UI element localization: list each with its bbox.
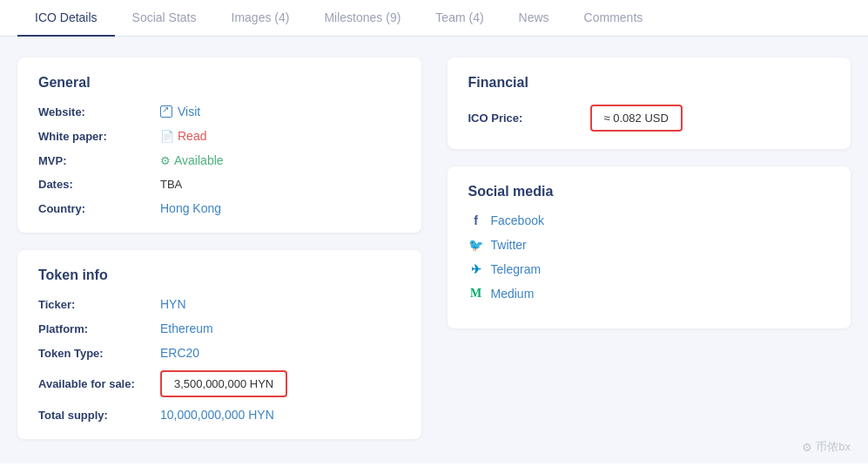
- total-supply-row: Total supply: 10,000,000,000 HYN: [38, 408, 400, 422]
- facebook-label: Facebook: [491, 213, 544, 227]
- mvp-link[interactable]: ⚙ Available: [160, 153, 224, 167]
- tab-team[interactable]: Team (4): [418, 0, 501, 37]
- medium-label: Medium: [491, 287, 535, 301]
- telegram-label: Telegram: [491, 262, 542, 276]
- medium-link[interactable]: M Medium: [468, 287, 831, 301]
- tab-social-stats[interactable]: Social Stats: [115, 0, 214, 37]
- available-sale-value: 3,500,000,000 HYN: [160, 370, 287, 397]
- dates-row: Dates: TBA: [38, 178, 400, 191]
- available-sale-label: Available for sale:: [38, 377, 160, 390]
- whitepaper-label: White paper:: [38, 130, 160, 143]
- platform-row: Platform: Ethereum: [38, 321, 400, 335]
- twitter-icon: 🐦: [468, 238, 484, 252]
- ticker-row: Ticker: HYN: [38, 297, 400, 311]
- main-content: General Website: Visit White paper: 📄 Re…: [0, 37, 868, 464]
- watermark: ⚙ 币侬bx: [802, 439, 851, 455]
- country-label: Country:: [38, 202, 160, 215]
- ico-price-value: ≈ 0.082 USD: [590, 105, 683, 132]
- financial-card: Financial ICO Price: ≈ 0.082 USD: [447, 58, 851, 149]
- ticker-label: Ticker:: [38, 298, 160, 311]
- platform-value[interactable]: Ethereum: [160, 321, 213, 335]
- token-type-label: Token Type:: [38, 347, 160, 360]
- tab-news[interactable]: News: [501, 0, 567, 37]
- content-wrapper: General Website: Visit White paper: 📄 Re…: [0, 37, 868, 464]
- financial-card-title: Financial: [468, 75, 831, 91]
- twitter-label: Twitter: [491, 238, 527, 252]
- watermark-icon: ⚙: [802, 441, 812, 454]
- whitepaper-row: White paper: 📄 Read: [38, 129, 400, 143]
- token-type-value[interactable]: ERC20: [160, 346, 199, 360]
- website-link[interactable]: Visit: [160, 105, 200, 118]
- total-supply-label: Total supply:: [38, 409, 160, 422]
- general-card-title: General: [38, 75, 400, 91]
- tab-milestones[interactable]: Milestones (9): [306, 0, 418, 37]
- right-column: Financial ICO Price: ≈ 0.082 USD Social …: [447, 58, 851, 443]
- watermark-text: 币侬bx: [816, 439, 851, 455]
- total-supply-value[interactable]: 10,000,000,000 HYN: [160, 408, 274, 422]
- available-sale-row: Available for sale: 3,500,000,000 HYN: [38, 370, 400, 397]
- ico-price-row: ICO Price: ≈ 0.082 USD: [468, 105, 831, 132]
- facebook-icon: f: [468, 213, 484, 227]
- tab-ico-details[interactable]: ICO Details: [17, 0, 115, 37]
- whitepaper-link[interactable]: 📄 Read: [160, 129, 206, 143]
- ico-price-label: ICO Price:: [468, 112, 590, 125]
- country-link[interactable]: Hong Kong: [160, 201, 221, 215]
- general-card: General Website: Visit White paper: 📄 Re…: [17, 58, 421, 233]
- medium-icon: M: [468, 287, 484, 301]
- tab-bar: ICO Details Social Stats Images (4) Mile…: [0, 0, 868, 37]
- left-column: General Website: Visit White paper: 📄 Re…: [17, 58, 421, 443]
- social-card: Social media f Facebook 🐦 Twitter ✈ Tele…: [447, 166, 851, 328]
- mvp-row: MVP: ⚙ Available: [38, 153, 400, 167]
- telegram-icon: ✈: [468, 262, 484, 276]
- pdf-icon: 📄: [160, 130, 174, 143]
- dates-label: Dates:: [38, 178, 160, 191]
- gear-icon: ⚙: [160, 154, 171, 167]
- telegram-link[interactable]: ✈ Telegram: [468, 262, 831, 276]
- token-card: Token info Ticker: HYN Platform: Ethereu…: [17, 250, 421, 439]
- tab-comments[interactable]: Comments: [567, 0, 661, 37]
- facebook-link[interactable]: f Facebook: [468, 213, 831, 227]
- platform-label: Platform:: [38, 322, 160, 335]
- website-row: Website: Visit: [38, 105, 400, 118]
- external-icon: [160, 105, 172, 118]
- country-row: Country: Hong Kong: [38, 201, 400, 215]
- website-label: Website:: [38, 105, 160, 118]
- social-card-title: Social media: [468, 184, 831, 200]
- twitter-link[interactable]: 🐦 Twitter: [468, 238, 831, 252]
- ticker-value[interactable]: HYN: [160, 297, 186, 311]
- tab-images[interactable]: Images (4): [214, 0, 307, 37]
- token-type-row: Token Type: ERC20: [38, 346, 400, 360]
- token-card-title: Token info: [38, 267, 400, 283]
- mvp-label: MVP:: [38, 154, 160, 167]
- dates-value: TBA: [160, 178, 182, 191]
